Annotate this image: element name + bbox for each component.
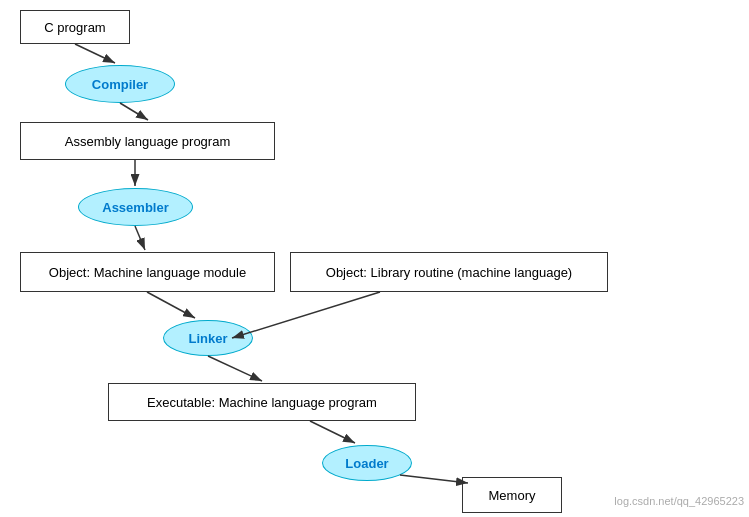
compiler-oval: Compiler	[65, 65, 175, 103]
object-module-box: Object: Machine language module	[20, 252, 275, 292]
svg-line-2	[120, 103, 148, 120]
assembler-oval: Assembler	[78, 188, 193, 226]
svg-line-5	[147, 292, 195, 318]
svg-line-9	[400, 475, 468, 483]
memory-box: Memory	[462, 477, 562, 513]
svg-line-8	[310, 421, 355, 443]
svg-line-1	[75, 44, 115, 63]
c-program-box: C program	[20, 10, 130, 44]
linker-oval: Linker	[163, 320, 253, 356]
assembly-box: Assembly language program	[20, 122, 275, 160]
loader-oval: Loader	[322, 445, 412, 481]
object-library-box: Object: Library routine (machine languag…	[290, 252, 608, 292]
svg-line-6	[232, 292, 380, 338]
watermark: log.csdn.net/qq_42965223	[614, 495, 744, 507]
svg-line-7	[208, 356, 262, 381]
diagram-container: C program Compiler Assembly language pro…	[0, 0, 749, 517]
svg-line-4	[135, 226, 145, 250]
executable-box: Executable: Machine language program	[108, 383, 416, 421]
